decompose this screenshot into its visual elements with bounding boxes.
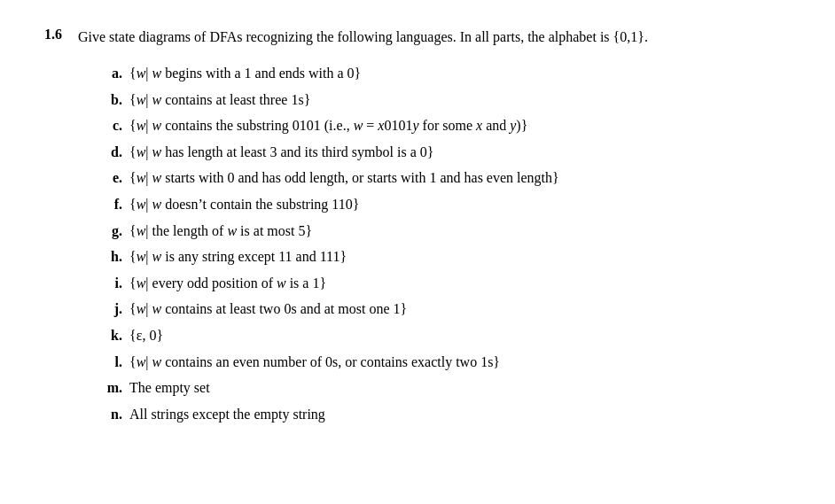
part-item: m.The empty set: [98, 376, 791, 399]
part-content: {w| w contains an even number of 0s, or …: [129, 351, 500, 374]
part-label: i.: [98, 272, 122, 295]
parts-list: a.{w| w begins with a 1 and ends with a …: [98, 62, 791, 425]
part-label: n.: [98, 403, 122, 426]
part-item: j.{w| w contains at least two 0s and at …: [98, 298, 791, 321]
part-content: {w| w is any string except 11 and 111}: [129, 245, 347, 268]
problem-header: 1.6 Give state diagrams of DFAs recogniz…: [44, 27, 791, 48]
part-label: a.: [98, 62, 122, 85]
part-item: e.{w| w starts with 0 and has odd length…: [98, 167, 791, 190]
part-content: {w| w starts with 0 and has odd length, …: [129, 167, 559, 190]
part-item: a.{w| w begins with a 1 and ends with a …: [98, 62, 791, 85]
part-content: {w| w contains at least two 0s and at mo…: [129, 298, 407, 321]
part-content: {w| w has length at least 3 and its thir…: [129, 141, 433, 164]
part-content: {ε, 0}: [129, 324, 163, 347]
part-content: The empty set: [129, 376, 210, 399]
part-label: f.: [98, 193, 122, 216]
part-label: j.: [98, 298, 122, 321]
part-item: l.{w| w contains an even number of 0s, o…: [98, 351, 791, 374]
part-label: g.: [98, 220, 122, 243]
part-content: {w| w doesn’t contain the substring 110}: [129, 193, 359, 216]
part-content: {w| every odd position of w is a 1}: [129, 272, 326, 295]
part-content: {w| w contains at least three 1s}: [129, 89, 310, 112]
part-label: c.: [98, 114, 122, 137]
part-label: d.: [98, 141, 122, 164]
part-item: c.{w| w contains the substring 0101 (i.e…: [98, 114, 791, 137]
problem-number: 1.6: [44, 27, 78, 43]
problem-text: Give state diagrams of DFAs recognizing …: [78, 27, 648, 48]
part-content: {w| the length of w is at most 5}: [129, 220, 312, 243]
problem-container: 1.6 Give state diagrams of DFAs recogniz…: [44, 27, 791, 425]
part-item: k.{ε, 0}: [98, 324, 791, 347]
part-label: k.: [98, 324, 122, 347]
part-item: n.All strings except the empty string: [98, 403, 791, 426]
part-item: g.{w| the length of w is at most 5}: [98, 220, 791, 243]
part-label: b.: [98, 89, 122, 112]
part-item: b.{w| w contains at least three 1s}: [98, 89, 791, 112]
part-item: d.{w| w has length at least 3 and its th…: [98, 141, 791, 164]
part-label: e.: [98, 167, 122, 190]
part-item: f.{w| w doesn’t contain the substring 11…: [98, 193, 791, 216]
part-content: {w| w contains the substring 0101 (i.e.,…: [129, 114, 527, 137]
part-label: m.: [98, 376, 122, 399]
part-content: {w| w begins with a 1 and ends with a 0}: [129, 62, 361, 85]
part-label: h.: [98, 245, 122, 268]
part-item: h.{w| w is any string except 11 and 111}: [98, 245, 791, 268]
part-label: l.: [98, 351, 122, 374]
part-content: All strings except the empty string: [129, 403, 325, 426]
part-item: i.{w| every odd position of w is a 1}: [98, 272, 791, 295]
